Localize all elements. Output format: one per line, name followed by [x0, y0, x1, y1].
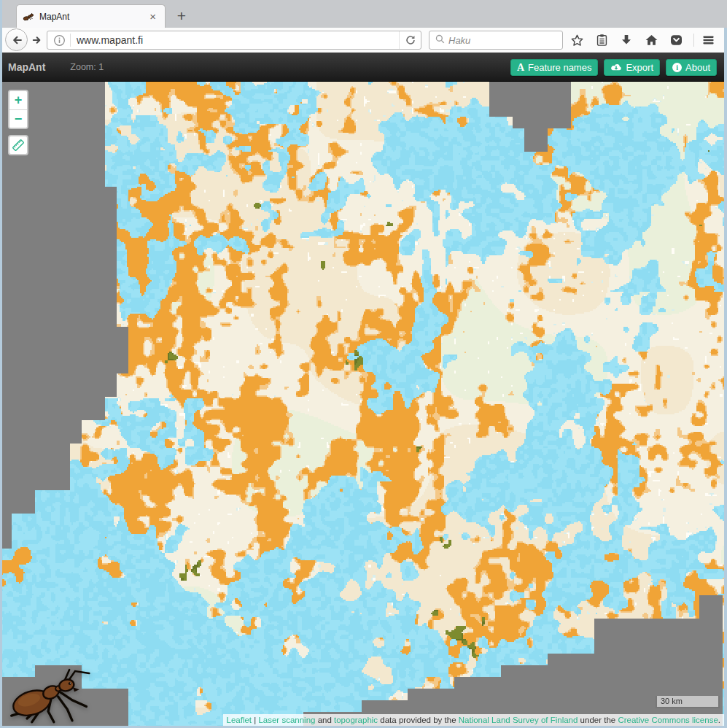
scale-bar: 30 km: [656, 696, 720, 708]
download-arrow-icon: [619, 33, 634, 47]
navigation-toolbar: www.mapant.fi: [0, 28, 727, 53]
attribution-text: and: [315, 716, 334, 724]
ruler-icon: [11, 138, 26, 152]
attribution-link[interactable]: Laser scanning: [258, 716, 315, 724]
attribution-text: under the: [578, 716, 618, 724]
ant-favicon-icon: [23, 11, 34, 23]
attribution-text: .: [718, 716, 720, 724]
reload-button[interactable]: [399, 31, 421, 49]
measure-button[interactable]: [8, 135, 28, 155]
forward-arrow-icon: [31, 34, 44, 47]
window-edge-left: [0, 0, 2, 728]
tab-title: MapAnt: [39, 12, 147, 22]
search-box[interactable]: [429, 31, 563, 50]
toolbar-separator: [693, 34, 694, 47]
url-bar[interactable]: www.mapant.fi: [47, 31, 421, 50]
clipboard-icon: [595, 33, 609, 47]
forward-button[interactable]: [29, 33, 45, 47]
reload-icon: [405, 34, 416, 46]
map-area: + − 30 km Leaflet | Laser scanning and t…: [0, 82, 727, 728]
attribution-text: data provided by the: [378, 716, 459, 724]
export-label: Export: [626, 62, 653, 73]
zoom-level-status: Zoom: 1: [70, 62, 104, 72]
back-arrow-icon: [9, 33, 24, 47]
bookmarks-menu-button[interactable]: [592, 31, 611, 49]
map-attribution: Leaflet | Laser scanning and topographic…: [223, 714, 724, 726]
url-text[interactable]: www.mapant.fi: [71, 34, 399, 46]
bookmark-star-button[interactable]: [567, 31, 586, 49]
attribution-link[interactable]: Leaflet: [227, 716, 252, 724]
star-icon: [569, 33, 585, 48]
site-header: MapAnt Zoom: 1 A Feature names Export i …: [0, 53, 727, 82]
pocket-icon: [669, 33, 684, 47]
feature-names-button[interactable]: A Feature names: [510, 59, 599, 76]
hamburger-icon: [701, 33, 716, 47]
search-input[interactable]: [448, 35, 562, 46]
browser-window: MapAnt × + www.mapant.fi: [0, 0, 727, 728]
home-button[interactable]: [642, 31, 661, 49]
zoom-out-button[interactable]: −: [9, 109, 27, 128]
attribution-link[interactable]: topographic: [334, 716, 378, 724]
font-icon: A: [517, 63, 524, 73]
home-icon: [644, 33, 659, 47]
search-icon: [429, 34, 448, 47]
downloads-button[interactable]: [617, 31, 636, 49]
site-info-icon[interactable]: [47, 34, 70, 47]
new-tab-button[interactable]: +: [172, 7, 191, 25]
about-label: About: [685, 62, 710, 73]
zoom-control: + −: [8, 90, 28, 129]
tab-strip: MapAnt × +: [0, 0, 727, 28]
window-edge-right: [724, 28, 727, 728]
site-brand[interactable]: MapAnt: [8, 61, 45, 73]
mapant-ant-logo: [4, 666, 97, 724]
export-button[interactable]: Export: [604, 59, 660, 76]
info-circle-icon: i: [672, 63, 682, 72]
menu-button[interactable]: [699, 31, 718, 49]
attribution-link[interactable]: National Land Survey of Finland: [459, 716, 578, 724]
pocket-button[interactable]: [666, 31, 685, 49]
tab-close-icon[interactable]: ×: [147, 10, 159, 23]
map-canvas[interactable]: [0, 82, 727, 728]
attribution-link[interactable]: Creative Commons license: [618, 716, 718, 724]
back-button[interactable]: [5, 28, 28, 51]
about-button[interactable]: i About: [666, 59, 717, 76]
cloud-download-icon: [610, 63, 622, 72]
tab-mapant[interactable]: MapAnt ×: [16, 4, 166, 28]
zoom-in-button[interactable]: +: [9, 91, 27, 109]
feature-names-label: Feature names: [528, 62, 591, 73]
